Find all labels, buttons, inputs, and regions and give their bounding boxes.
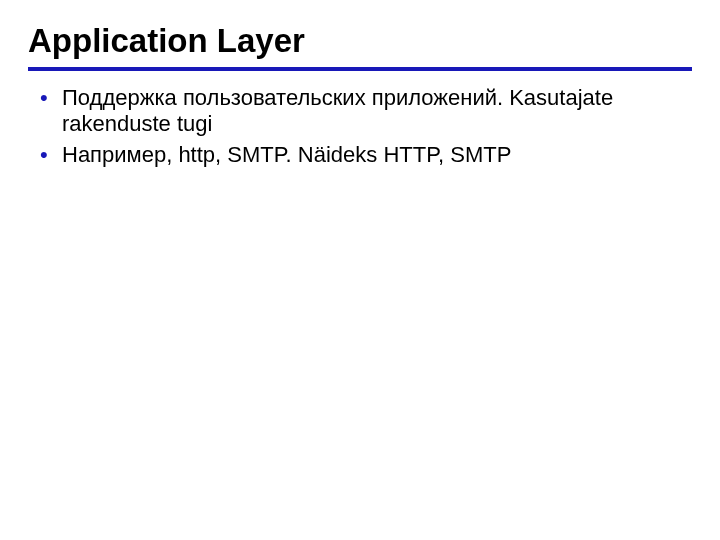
title-underline (28, 67, 692, 71)
bullet-list: Поддержка пользовательских приложений. K… (28, 85, 692, 169)
list-item: Например, http, SMTP. Näideks HTTP, SMTP (40, 142, 686, 169)
bullet-text: Поддержка пользовательских приложений. K… (62, 85, 613, 137)
bullet-text: Например, http, SMTP. Näideks HTTP, SMTP (62, 142, 511, 167)
slide: Application Layer Поддержка пользователь… (0, 0, 720, 540)
list-item: Поддержка пользовательских приложений. K… (40, 85, 686, 139)
slide-title: Application Layer (28, 20, 692, 65)
